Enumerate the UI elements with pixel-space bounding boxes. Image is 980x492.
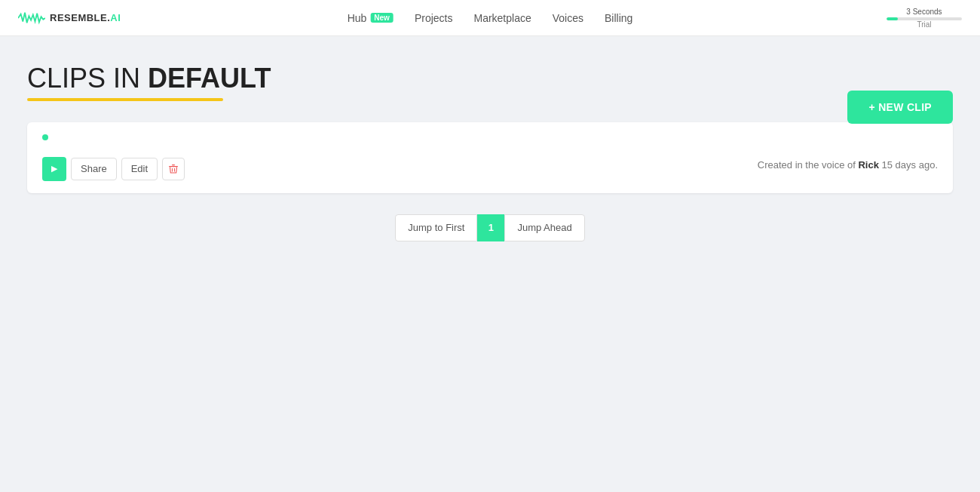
clip-card: Share Edit Created in the voice of Rick … [27, 122, 953, 193]
navbar: RESEMBLE.AI Hub New Projects Marketplace… [0, 0, 980, 36]
nav-voices[interactable]: Voices [553, 12, 583, 24]
clip-actions-row: Share Edit Created in the voice of Rick … [42, 149, 938, 181]
nav-links: Hub New Projects Marketplace Voices Bill… [348, 12, 633, 24]
svg-rect-0 [169, 166, 178, 167]
page-title-area: CLIPS IN DEFAULT [27, 63, 953, 101]
trial-seconds: 3 Seconds [887, 8, 962, 16]
edit-button[interactable]: Edit [121, 158, 158, 180]
jump-to-first-button[interactable]: Jump to First [395, 214, 477, 241]
share-button[interactable]: Share [71, 158, 117, 180]
title-underline [27, 98, 223, 101]
logo-wave-icon [18, 11, 45, 26]
svg-rect-1 [172, 165, 175, 165]
clip-actions: Share Edit [42, 157, 185, 181]
nav-projects[interactable]: Projects [415, 12, 453, 24]
trial-label: Trial [887, 20, 962, 29]
main-content: CLIPS IN DEFAULT + NEW CLIP Share Edit [0, 36, 980, 260]
trash-icon [168, 164, 179, 174]
hub-badge: New [370, 13, 394, 23]
nav-billing[interactable]: Billing [605, 12, 632, 24]
delete-button[interactable] [162, 158, 185, 180]
current-page[interactable]: 1 [477, 214, 504, 241]
logo[interactable]: RESEMBLE.AI [18, 11, 121, 26]
pagination: Jump to First 1 Jump Ahead [27, 214, 953, 241]
trial-info: 3 Seconds Trial [887, 8, 962, 29]
play-button[interactable] [42, 157, 66, 181]
clip-meta: Created in the voice of Rick 15 days ago… [758, 159, 938, 171]
new-clip-button[interactable]: + NEW CLIP [847, 91, 953, 124]
page-title: CLIPS IN DEFAULT [27, 63, 953, 94]
jump-ahead-button[interactable]: Jump Ahead [504, 214, 584, 241]
nav-marketplace[interactable]: Marketplace [473, 12, 531, 24]
clip-status-dot [42, 134, 48, 140]
nav-hub[interactable]: Hub New [348, 12, 394, 24]
logo-text: RESEMBLE.AI [50, 12, 121, 23]
